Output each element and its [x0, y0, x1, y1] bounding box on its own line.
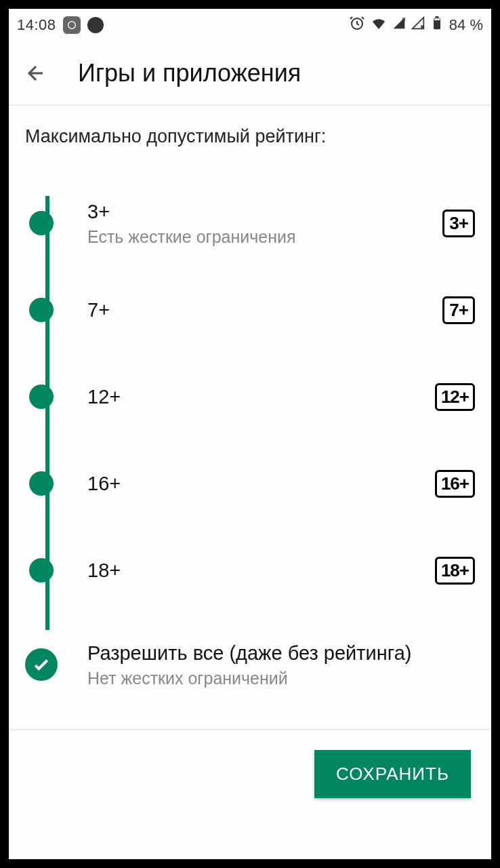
- rating-badge-icon: 16+: [435, 470, 475, 498]
- rating-label: 3+: [87, 199, 434, 224]
- rating-label: Разрешить все (даже без рейтинга): [87, 641, 475, 665]
- signal-2-icon: [411, 16, 425, 34]
- battery-percent: 84 %: [449, 16, 483, 34]
- rating-badge-icon: 12+: [435, 383, 475, 411]
- status-bar: 14:08 R 84 %: [9, 9, 491, 41]
- rating-label: 18+: [87, 558, 427, 583]
- alarm-dot-icon: [87, 17, 104, 33]
- arrow-left-icon: [24, 62, 47, 85]
- rating-option-18[interactable]: 18+ 18+: [29, 527, 475, 614]
- screen: 14:08 R 84 %: [9, 9, 491, 859]
- svg-point-0: [68, 22, 75, 29]
- rating-text: 7+: [87, 298, 434, 322]
- app-bar: Игры и приложения: [9, 41, 491, 106]
- status-left: 14:08: [17, 16, 104, 34]
- rating-text: Разрешить все (даже без рейтинга) Нет же…: [87, 641, 475, 688]
- status-time: 14:08: [17, 16, 56, 34]
- rating-badge-icon: 3+: [442, 210, 475, 237]
- rating-label: 7+: [87, 298, 434, 322]
- rating-sublabel: Нет жестких ограничений: [87, 669, 475, 688]
- alarm-icon: [349, 15, 365, 35]
- battery-icon: [430, 16, 444, 34]
- svg-text:R: R: [402, 16, 406, 22]
- section-heading: Максимально допустимый рейтинг:: [25, 126, 475, 147]
- svg-rect-4: [435, 16, 438, 18]
- signal-icon: R: [392, 16, 406, 34]
- rating-node-selected-icon: [25, 648, 58, 681]
- status-right: R 84 %: [349, 15, 483, 35]
- rating-text: 12+: [87, 384, 427, 409]
- check-icon: [31, 654, 51, 675]
- save-button[interactable]: СОХРАНИТЬ: [314, 750, 471, 798]
- rating-option-3[interactable]: 3+ Есть жесткие ограничения 3+: [29, 180, 475, 267]
- rating-badge-icon: 7+: [442, 296, 475, 324]
- svg-rect-5: [434, 18, 440, 20]
- action-bar: СОХРАНИТЬ: [9, 730, 491, 798]
- wifi-icon: [371, 15, 387, 35]
- rating-option-16[interactable]: 16+ 16+: [29, 440, 475, 527]
- rating-list: 3+ Есть жесткие ограничения 3+ 7+ 7+: [25, 180, 475, 715]
- rating-node-icon: [29, 558, 54, 583]
- mi-icon: [63, 16, 81, 34]
- rating-option-7[interactable]: 7+ 7+: [29, 267, 475, 353]
- rating-node-icon: [29, 298, 54, 322]
- rating-label: 12+: [87, 384, 427, 409]
- rating-sublabel: Есть жесткие ограничения: [87, 227, 434, 247]
- rating-badge-icon: 18+: [435, 557, 475, 585]
- rating-text: 18+: [87, 558, 427, 583]
- rating-node-icon: [29, 471, 54, 496]
- back-button[interactable]: [22, 60, 49, 87]
- rating-option-all[interactable]: Разрешить все (даже без рейтинга) Нет же…: [29, 614, 475, 715]
- rating-text: 16+: [87, 471, 427, 496]
- content: Максимально допустимый рейтинг: 3+ Есть …: [9, 106, 491, 715]
- rating-node-icon: [29, 384, 54, 409]
- rating-option-12[interactable]: 12+ 12+: [29, 353, 475, 440]
- rating-node-icon: [29, 211, 54, 235]
- rating-text: 3+ Есть жесткие ограничения: [87, 199, 434, 246]
- rating-label: 16+: [87, 471, 427, 496]
- page-title: Игры и приложения: [78, 59, 301, 87]
